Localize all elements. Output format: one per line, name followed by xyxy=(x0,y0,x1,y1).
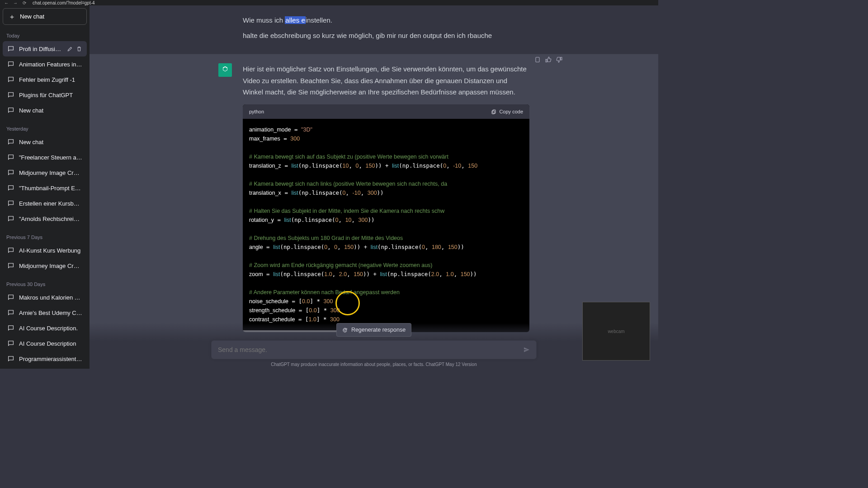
pencil-icon[interactable] xyxy=(67,46,73,52)
chat-bubble-icon xyxy=(7,247,14,254)
reload-icon[interactable]: ⟳ xyxy=(22,0,27,5)
sidebar-section-title: Previous 30 Days xyxy=(3,280,87,290)
main-content: Wie muss ich alles einstellen. halte die… xyxy=(90,5,658,369)
sidebar-item[interactable]: Erstellen einer Kursbeschreib… xyxy=(3,196,87,211)
plus-icon: ＋ xyxy=(9,13,15,20)
browser-address-bar: ← → ⟳ chat.openai.com/?model=gpt-4 xyxy=(0,0,658,5)
sidebar-item[interactable]: Midjourney Image Creation. xyxy=(3,165,87,180)
sidebar-item-label: Profi in Diffusionsmode xyxy=(19,46,62,52)
sidebar-item-label: Plugins für ChatGPT xyxy=(19,92,82,99)
user-avatar-spacer xyxy=(218,14,232,28)
new-chat-label: New chat xyxy=(20,13,44,20)
sidebar-item-label: Programmierassistent "CodeG… xyxy=(19,356,82,362)
sidebar-item[interactable]: Midjourney Image Creation xyxy=(3,258,87,273)
sidebar-item[interactable]: Tool for Video Updates. xyxy=(3,366,87,369)
sidebar-item[interactable]: Makros und Kalorien Tabelle xyxy=(3,290,87,305)
sidebar-item-label: Makros und Kalorien Tabelle xyxy=(19,294,82,301)
sidebar-item[interactable]: Fehler beim Zugriff -1 xyxy=(3,72,87,87)
sidebar-item[interactable]: Programmierassistent "CodeG… xyxy=(3,351,87,366)
message-feedback-actions xyxy=(534,56,563,63)
user-text-line: halte die ebschreibung so kurz wie mögli… xyxy=(243,30,529,42)
sidebar-item[interactable]: AI Course Description. xyxy=(3,320,87,336)
sidebar-item[interactable]: "Freelancer Steuern auf Plattf… xyxy=(3,150,87,165)
thumbs-down-icon[interactable] xyxy=(556,56,563,63)
sidebar-item-label: Midjourney Image Creation. xyxy=(19,169,82,176)
messages-scroll[interactable]: Wie muss ich alles einstellen. halte die… xyxy=(90,5,658,369)
openai-logo-icon xyxy=(221,66,230,75)
code-body[interactable]: animation_mode = "3D" max_frames = 300 #… xyxy=(243,119,529,332)
sidebar-item[interactable]: AI Course Description xyxy=(3,336,87,351)
chat-bubble-icon xyxy=(7,169,14,176)
chat-bubble-icon xyxy=(7,262,14,269)
chat-bubble-icon xyxy=(7,215,14,222)
chat-bubble-icon xyxy=(7,91,14,99)
sidebar-item[interactable]: New chat xyxy=(3,134,87,150)
refresh-icon xyxy=(342,327,348,333)
thumbs-up-icon[interactable] xyxy=(545,56,552,63)
regenerate-button[interactable]: Regenerate response xyxy=(336,323,411,337)
chat-bubble-icon xyxy=(7,309,14,316)
chat-bubble-icon xyxy=(7,61,14,68)
regenerate-label: Regenerate response xyxy=(351,327,406,333)
send-button[interactable] xyxy=(521,344,532,355)
sidebar-item[interactable]: "Thumbnail-Prompt Erstellun… xyxy=(3,180,87,196)
bottom-input-area: Regenerate response ChatGPT may produce … xyxy=(90,323,658,369)
forward-arrow-icon[interactable]: → xyxy=(13,0,18,5)
chat-bubble-icon xyxy=(7,76,14,83)
webcam-overlay: webcam xyxy=(582,302,650,361)
sidebar-item[interactable]: AI-Kunst Kurs Werbung xyxy=(3,243,87,258)
sidebar-item[interactable]: Animation Features in DSD xyxy=(3,56,87,72)
message-input[interactable] xyxy=(211,340,537,359)
assistant-message-row: Hier ist ein möglicher Satz von Einstell… xyxy=(90,54,658,369)
sidebar-item-label: Fehler beim Zugriff -1 xyxy=(19,76,82,83)
sidebar-section-title: Today xyxy=(3,31,87,41)
sidebar-item-label: Erstellen einer Kursbeschreib… xyxy=(19,200,82,207)
code-lang-label: python xyxy=(249,108,264,116)
sidebar-item-label: AI Course Description. xyxy=(19,325,82,332)
sidebar-item[interactable]: "Arnolds Rechtschreibhilfe" xyxy=(3,211,87,226)
chat-bubble-icon xyxy=(7,355,14,362)
sidebar-section-title: Yesterday xyxy=(3,124,87,134)
new-chat-button[interactable]: ＋ New chat xyxy=(3,8,87,25)
url-text: chat.openai.com/?model=gpt-4 xyxy=(33,0,95,5)
sidebar-item-label: "Arnolds Rechtschreibhilfe" xyxy=(19,216,82,222)
chat-bubble-icon xyxy=(7,340,14,347)
code-block-header: python Copy code xyxy=(243,104,529,119)
send-icon xyxy=(523,346,530,353)
sidebar-item[interactable]: Profi in Diffusionsmode xyxy=(3,41,87,56)
sidebar-item-label: "Freelancer Steuern auf Plattf… xyxy=(19,154,82,161)
sidebar: ＋ New chat Today Profi in Diffusionsmode… xyxy=(0,5,90,369)
sidebar-item-label: Midjourney Image Creation xyxy=(19,263,82,269)
chat-bubble-icon xyxy=(7,294,14,301)
chat-bubble-icon xyxy=(7,200,14,207)
sidebar-item[interactable]: Plugins für ChatGPT xyxy=(3,87,87,103)
chat-bubble-icon xyxy=(7,154,14,161)
sidebar-item-label: AI-Kunst Kurs Werbung xyxy=(19,247,82,254)
copy-code-label: Copy code xyxy=(499,108,523,116)
clipboard-icon[interactable] xyxy=(534,56,541,63)
sidebar-item-label: AI Course Description xyxy=(19,340,82,347)
chat-bubble-icon xyxy=(7,324,14,332)
chat-bubble-icon xyxy=(7,107,14,114)
chat-bubble-icon xyxy=(7,138,14,145)
sidebar-item-label: Arnie's Best Udemy Courses xyxy=(19,310,82,316)
svg-rect-2 xyxy=(536,57,539,62)
sidebar-item[interactable]: New chat xyxy=(3,103,87,118)
sidebar-item-label: New chat xyxy=(19,139,82,145)
trash-icon[interactable] xyxy=(76,46,82,52)
disclaimer-text: ChatGPT may produce inaccurate informati… xyxy=(90,362,658,367)
copy-code-button[interactable]: Copy code xyxy=(491,108,523,116)
user-message-content: Wie muss ich alles einstellen. halte die… xyxy=(243,14,529,45)
code-block: python Copy code animation_mode = "3D" m… xyxy=(243,104,529,333)
sidebar-item-label: "Thumbnail-Prompt Erstellun… xyxy=(19,185,82,192)
chat-bubble-icon xyxy=(7,45,14,52)
svg-rect-0 xyxy=(493,110,495,113)
user-text-fragment: Wie muss ich xyxy=(243,16,285,24)
back-arrow-icon[interactable]: ← xyxy=(4,0,9,5)
chat-bubble-icon xyxy=(7,184,14,192)
sidebar-item[interactable]: Arnie's Best Udemy Courses xyxy=(3,305,87,320)
highlighted-text: alles e xyxy=(285,16,305,24)
assistant-intro-text: Hier ist ein möglicher Satz von Einstell… xyxy=(243,63,529,98)
sidebar-item-label: New chat xyxy=(19,107,82,114)
clipboard-icon xyxy=(491,109,496,114)
